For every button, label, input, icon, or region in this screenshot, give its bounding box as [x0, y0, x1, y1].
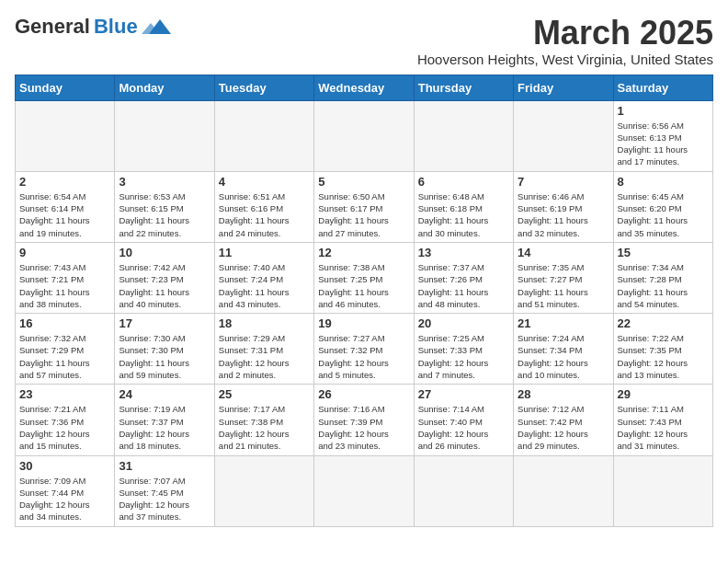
day-info: Sunrise: 7:43 AM Sunset: 7:21 PM Dayligh…	[19, 261, 110, 310]
calendar-day-cell: 1Sunrise: 6:56 AM Sunset: 6:13 PM Daylig…	[613, 100, 712, 171]
day-number: 6	[418, 175, 509, 189]
day-number: 24	[119, 387, 210, 401]
day-info: Sunrise: 6:51 AM Sunset: 6:16 PM Dayligh…	[219, 190, 310, 239]
logo-text-blue: Blue	[94, 15, 138, 39]
calendar-day-cell: 3Sunrise: 6:53 AM Sunset: 6:15 PM Daylig…	[115, 171, 214, 242]
calendar-day-cell: 25Sunrise: 7:17 AM Sunset: 7:38 PM Dayli…	[214, 385, 313, 455]
logo: General Blue	[15, 15, 171, 39]
calendar-week-row: 23Sunrise: 7:21 AM Sunset: 7:36 PM Dayli…	[16, 385, 713, 455]
day-number: 26	[318, 387, 409, 401]
day-number: 9	[19, 246, 110, 259]
day-info: Sunrise: 7:19 AM Sunset: 7:37 PM Dayligh…	[119, 403, 210, 452]
day-info: Sunrise: 7:38 AM Sunset: 7:25 PM Dayligh…	[318, 261, 409, 310]
logo-icon	[142, 16, 171, 38]
day-number: 31	[119, 459, 210, 473]
header-tuesday: Tuesday	[214, 75, 313, 100]
day-number: 15	[618, 246, 709, 259]
day-info: Sunrise: 7:40 AM Sunset: 7:24 PM Dayligh…	[219, 261, 310, 310]
logo-text-general: General	[15, 15, 90, 39]
calendar-subtitle: Hooverson Heights, West Virginia, United…	[417, 52, 713, 67]
day-info: Sunrise: 6:50 AM Sunset: 6:17 PM Dayligh…	[318, 190, 409, 239]
day-number: 23	[19, 387, 110, 401]
calendar-day-cell	[514, 455, 613, 526]
calendar-day-cell: 20Sunrise: 7:25 AM Sunset: 7:33 PM Dayli…	[414, 314, 513, 385]
day-number: 4	[219, 175, 310, 189]
day-info: Sunrise: 7:14 AM Sunset: 7:40 PM Dayligh…	[418, 403, 509, 452]
calendar-day-cell: 18Sunrise: 7:29 AM Sunset: 7:31 PM Dayli…	[214, 314, 313, 385]
day-info: Sunrise: 7:16 AM Sunset: 7:39 PM Dayligh…	[318, 403, 409, 452]
day-info: Sunrise: 7:42 AM Sunset: 7:23 PM Dayligh…	[119, 261, 210, 310]
header-monday: Monday	[115, 75, 214, 100]
calendar-day-cell: 12Sunrise: 7:38 AM Sunset: 7:25 PM Dayli…	[314, 242, 414, 313]
calendar-day-cell: 29Sunrise: 7:11 AM Sunset: 7:43 PM Dayli…	[613, 385, 712, 455]
calendar-day-cell: 14Sunrise: 7:35 AM Sunset: 7:27 PM Dayli…	[514, 242, 613, 313]
calendar-day-cell: 16Sunrise: 7:32 AM Sunset: 7:29 PM Dayli…	[16, 314, 115, 385]
calendar-day-cell	[414, 455, 513, 526]
day-number: 27	[418, 387, 509, 401]
header: General Blue March 2025 Hooverson Height…	[15, 15, 713, 67]
day-info: Sunrise: 7:32 AM Sunset: 7:29 PM Dayligh…	[19, 332, 110, 381]
day-info: Sunrise: 7:25 AM Sunset: 7:33 PM Dayligh…	[418, 332, 509, 381]
calendar-header-row: Sunday Monday Tuesday Wednesday Thursday…	[16, 75, 713, 100]
day-info: Sunrise: 7:21 AM Sunset: 7:36 PM Dayligh…	[19, 403, 110, 452]
day-info: Sunrise: 6:46 AM Sunset: 6:19 PM Dayligh…	[518, 190, 609, 239]
day-number: 10	[119, 246, 210, 259]
calendar-day-cell: 8Sunrise: 6:45 AM Sunset: 6:20 PM Daylig…	[613, 171, 712, 242]
day-info: Sunrise: 6:54 AM Sunset: 6:14 PM Dayligh…	[19, 190, 110, 239]
day-number: 29	[618, 387, 709, 401]
day-number: 30	[19, 459, 110, 473]
day-info: Sunrise: 7:22 AM Sunset: 7:35 PM Dayligh…	[618, 332, 709, 381]
day-number: 17	[119, 316, 210, 330]
calendar-day-cell: 7Sunrise: 6:46 AM Sunset: 6:19 PM Daylig…	[514, 171, 613, 242]
day-info: Sunrise: 7:09 AM Sunset: 7:44 PM Dayligh…	[19, 475, 110, 523]
day-info: Sunrise: 6:45 AM Sunset: 6:20 PM Dayligh…	[618, 190, 709, 239]
calendar-day-cell: 27Sunrise: 7:14 AM Sunset: 7:40 PM Dayli…	[414, 385, 513, 455]
calendar-week-row: 30Sunrise: 7:09 AM Sunset: 7:44 PM Dayli…	[16, 455, 713, 526]
calendar-day-cell: 9Sunrise: 7:43 AM Sunset: 7:21 PM Daylig…	[16, 242, 115, 313]
calendar-day-cell: 4Sunrise: 6:51 AM Sunset: 6:16 PM Daylig…	[214, 171, 313, 242]
calendar-table: Sunday Monday Tuesday Wednesday Thursday…	[15, 75, 713, 527]
calendar-day-cell: 13Sunrise: 7:37 AM Sunset: 7:26 PM Dayli…	[414, 242, 513, 313]
day-info: Sunrise: 7:24 AM Sunset: 7:34 PM Dayligh…	[518, 332, 609, 381]
day-number: 1	[618, 104, 709, 118]
calendar-day-cell: 10Sunrise: 7:42 AM Sunset: 7:23 PM Dayli…	[115, 242, 214, 313]
day-number: 14	[518, 246, 609, 259]
calendar-day-cell: 19Sunrise: 7:27 AM Sunset: 7:32 PM Dayli…	[314, 314, 414, 385]
day-number: 20	[418, 316, 509, 330]
calendar-day-cell: 17Sunrise: 7:30 AM Sunset: 7:30 PM Dayli…	[115, 314, 214, 385]
calendar-day-cell: 26Sunrise: 7:16 AM Sunset: 7:39 PM Dayli…	[314, 385, 414, 455]
calendar-day-cell	[214, 455, 313, 526]
calendar-title: March 2025	[417, 15, 713, 52]
header-saturday: Saturday	[613, 75, 712, 100]
day-number: 11	[219, 246, 310, 259]
day-number: 3	[119, 175, 210, 189]
day-number: 5	[318, 175, 409, 189]
calendar-week-row: 16Sunrise: 7:32 AM Sunset: 7:29 PM Dayli…	[16, 314, 713, 385]
day-number: 28	[518, 387, 609, 401]
calendar-day-cell: 15Sunrise: 7:34 AM Sunset: 7:28 PM Dayli…	[613, 242, 712, 313]
day-info: Sunrise: 7:17 AM Sunset: 7:38 PM Dayligh…	[219, 403, 310, 452]
day-info: Sunrise: 7:27 AM Sunset: 7:32 PM Dayligh…	[318, 332, 409, 381]
header-thursday: Thursday	[414, 75, 513, 100]
day-number: 13	[418, 246, 509, 259]
calendar-day-cell	[613, 455, 712, 526]
calendar-week-row: 9Sunrise: 7:43 AM Sunset: 7:21 PM Daylig…	[16, 242, 713, 313]
header-sunday: Sunday	[16, 75, 115, 100]
day-info: Sunrise: 7:29 AM Sunset: 7:31 PM Dayligh…	[219, 332, 310, 381]
calendar-day-cell: 22Sunrise: 7:22 AM Sunset: 7:35 PM Dayli…	[613, 314, 712, 385]
day-info: Sunrise: 6:53 AM Sunset: 6:15 PM Dayligh…	[119, 190, 210, 239]
calendar-day-cell: 5Sunrise: 6:50 AM Sunset: 6:17 PM Daylig…	[314, 171, 414, 242]
calendar-day-cell: 6Sunrise: 6:48 AM Sunset: 6:18 PM Daylig…	[414, 171, 513, 242]
header-wednesday: Wednesday	[314, 75, 414, 100]
day-number: 19	[318, 316, 409, 330]
page-container: General Blue March 2025 Hooverson Height…	[15, 15, 713, 527]
day-info: Sunrise: 7:34 AM Sunset: 7:28 PM Dayligh…	[618, 261, 709, 310]
day-info: Sunrise: 7:07 AM Sunset: 7:45 PM Dayligh…	[119, 475, 210, 523]
calendar-day-cell	[16, 100, 115, 171]
day-info: Sunrise: 7:37 AM Sunset: 7:26 PM Dayligh…	[418, 261, 509, 310]
calendar-week-row: 1Sunrise: 6:56 AM Sunset: 6:13 PM Daylig…	[16, 100, 713, 171]
day-number: 8	[618, 175, 709, 189]
day-info: Sunrise: 6:48 AM Sunset: 6:18 PM Dayligh…	[418, 190, 509, 239]
day-info: Sunrise: 7:12 AM Sunset: 7:42 PM Dayligh…	[518, 403, 609, 452]
calendar-day-cell: 24Sunrise: 7:19 AM Sunset: 7:37 PM Dayli…	[115, 385, 214, 455]
